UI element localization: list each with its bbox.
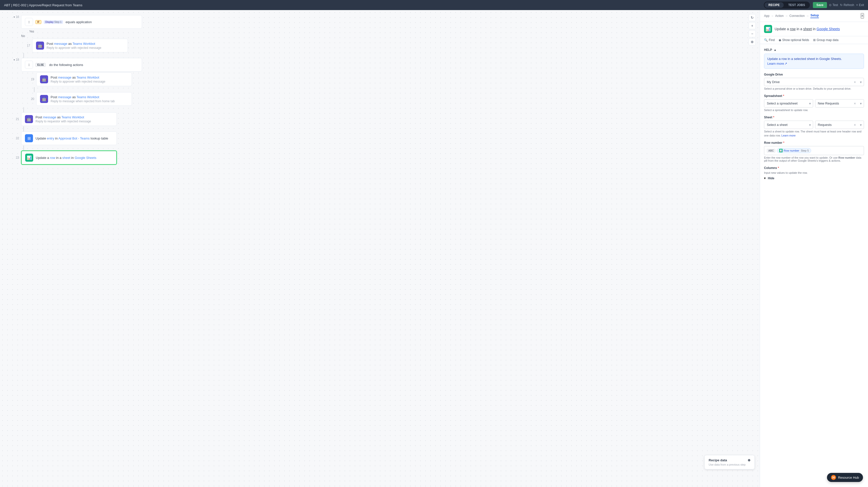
step-num-22: 22 (10, 136, 19, 140)
spreadsheet-label: Spreadsheet * (764, 94, 864, 98)
step-23-drive-link[interactable]: Google Sheets (75, 156, 96, 160)
row-number-field: Row number * ABC 📊 Row number Step 5 Ent… (764, 141, 864, 162)
help-chevron-up-icon: ▲ (774, 48, 777, 52)
step-card-20[interactable]: 🤖 Post message as Teams Workbot Reply to… (36, 92, 132, 106)
spreadsheet-value-dropdown-btn[interactable]: ▾ (858, 101, 864, 105)
panel-header-title: Update a row in a sheet in Google Sheets (775, 27, 864, 31)
step-content-19: Post message as Teams Workbot Reply to a… (51, 75, 128, 83)
step-20-message-link[interactable]: message (58, 95, 71, 99)
step-22-entry-link[interactable]: entry (47, 136, 54, 140)
sheet-value-clear-btn[interactable]: × (852, 123, 858, 127)
spreadsheet-right-wrapper: New Requests × ▾ (815, 99, 864, 108)
step-num-17: 17 (21, 44, 30, 47)
step-19-workbot-link[interactable]: Teams Workbot (76, 75, 99, 79)
breadcrumb-app[interactable]: App (764, 14, 769, 18)
google-drive-clear-btn[interactable]: × (852, 80, 858, 84)
spreadsheet-value-select[interactable]: New Requests (815, 99, 852, 107)
sheet-required: * (772, 116, 774, 119)
row-number-pill[interactable]: 📊 Row number Step 5 (777, 148, 811, 153)
recipe-data-box[interactable]: Recipe data ⊕ Use data from a previous s… (704, 455, 755, 469)
save-button[interactable]: Save (813, 2, 827, 8)
resource-hub-button[interactable]: 30 Resource Hub (827, 473, 863, 482)
spreadsheet-select[interactable]: Select a spreadsheet (764, 99, 807, 107)
breadcrumb-connection[interactable]: Connection (789, 14, 805, 18)
spreadsheet-value-clear-btn[interactable]: × (852, 101, 858, 105)
step-17-workbot-link[interactable]: Teams Workbot (72, 42, 95, 45)
spreadsheet-dropdown-btn[interactable]: ▾ (807, 101, 813, 105)
panel-content: HELP ▲ Update a row in a selected sheet … (760, 44, 868, 487)
step-icon-teams-21: 🤖 (25, 115, 33, 123)
columns-label: Columns * (764, 166, 864, 170)
step-card-17[interactable]: 🤖 Post message as Teams Workbot Reply to… (32, 39, 128, 52)
exit-button[interactable]: × Exit (856, 3, 864, 7)
canvas-fit-btn[interactable]: ⊕ (749, 38, 756, 45)
canvas-refresh-btn[interactable]: ↻ (749, 14, 756, 21)
help-section: HELP ▲ Update a row in a selected sheet … (764, 48, 864, 69)
step-21-subtitle: Reply to requestor with rejected message (35, 120, 113, 123)
step-23-sheet-link[interactable]: sheet (62, 156, 70, 160)
panel-toolbar: 🔍 Find ◉ Show optional fields ⊞ Group ma… (760, 36, 868, 44)
optional-fields-button[interactable]: ◉ Show optional fields (779, 38, 809, 42)
panel-header: 📊 Update a row in a sheet in Google Shee… (760, 22, 868, 36)
spreadsheet-dual-select: Select a spreadsheet ▾ New Requests × ▾ (764, 99, 864, 108)
find-icon: 🔍 (764, 38, 768, 42)
breadcrumb-arrow-3: → (806, 14, 809, 18)
sheet-learn-more-link[interactable]: Learn more (781, 134, 796, 137)
sheet-dropdown-btn[interactable]: ▾ (807, 123, 813, 127)
learn-more-link[interactable]: Learn more ↗ (767, 62, 787, 65)
recipe-data-expand-icon[interactable]: ⊕ (748, 458, 750, 462)
tab-test-jobs[interactable]: TEST JOBS (784, 2, 809, 8)
sheet-value-select[interactable]: Requests (815, 121, 852, 129)
group-map-icon: ⊞ (813, 38, 816, 42)
refresh-button[interactable]: ↻ Refresh (840, 3, 854, 7)
step-23-row-link[interactable]: row (50, 156, 55, 160)
step-17-link[interactable]: message (54, 42, 67, 45)
row-number-input[interactable]: ABC 📊 Row number Step 5 (764, 146, 864, 155)
step-card-16[interactable]: ↕ IF Display Step 1 equals application (21, 15, 142, 29)
help-toggle[interactable]: HELP ▲ (764, 48, 864, 52)
tab-recipe[interactable]: RECIPE (765, 2, 784, 8)
breadcrumb-action[interactable]: Action (775, 14, 783, 18)
step-20-workbot-link[interactable]: Teams Workbot (76, 95, 99, 99)
step-19-message-link[interactable]: message (58, 75, 71, 79)
row-number-pill-label: Row number (784, 149, 799, 152)
sheet-value-dropdown-btn[interactable]: ▾ (858, 123, 864, 127)
google-drive-dropdown-btn[interactable]: ▾ (858, 80, 864, 84)
step-num-20: 20 (25, 97, 34, 101)
step-18-label: do the following actions (49, 63, 83, 67)
step-21-message-link[interactable]: message (43, 115, 56, 119)
external-link-icon: ↗ (784, 62, 787, 65)
connector-21-22 (23, 126, 24, 131)
group-map-button[interactable]: ⊞ Group map data (813, 38, 839, 42)
step-21-workbot-link[interactable]: Teams Workbot (61, 115, 84, 119)
optional-fields-icon: ◉ (779, 38, 781, 42)
right-panel: App → Action → Connection → Setup × 📊 Up… (760, 10, 868, 487)
find-button[interactable]: 🔍 Find (764, 38, 775, 42)
sheet-select[interactable]: Select a sheet (764, 121, 807, 129)
step-card-19[interactable]: 🤖 Post message as Teams Workbot Reply to… (36, 72, 132, 86)
sheet-dual-select: Select a sheet ▾ Requests × ▾ (764, 121, 864, 129)
spreadsheet-field: Spreadsheet * Select a spreadsheet ▾ New… (764, 94, 864, 112)
canvas-area[interactable]: ↻ + − ⊕ ▾ 16 ↕ IF Display Step 1 equals … (0, 10, 760, 487)
step-card-18[interactable]: ↕ ELSE do the following actions (21, 58, 142, 71)
canvas-zoom-in-btn[interactable]: + (749, 22, 756, 29)
abc-badge: ABC (767, 149, 775, 153)
google-drive-select[interactable]: My Drive (764, 78, 852, 86)
sheet-label: Sheet * (764, 116, 864, 119)
columns-hint: Input new values to update the row. (764, 171, 864, 174)
step-card-21[interactable]: 🤖 Post message as Teams Workbot Reply to… (21, 112, 117, 126)
columns-hide-toggle[interactable]: ▾ Hide (764, 176, 864, 180)
step-22-table-link[interactable]: Approval Bot - Teams (58, 136, 90, 140)
panel-close-button[interactable]: × (861, 13, 864, 19)
step-card-23[interactable]: 📊 Update a row in a sheet in Google Shee… (21, 151, 117, 165)
sheet-right-wrapper: Requests × ▾ (815, 121, 864, 129)
step-num-21: 21 (10, 117, 19, 121)
step-content-17: Post message as Teams Workbot Reply to a… (46, 42, 124, 50)
canvas-zoom-out-btn[interactable]: − (749, 30, 756, 37)
spreadsheet-required: * (782, 94, 784, 98)
breadcrumb-setup[interactable]: Setup (810, 13, 819, 18)
test-button[interactable]: ⊙ Test (829, 3, 838, 7)
step-card-22[interactable]: ⊞ Update entry in Approval Bot - Teams l… (21, 131, 117, 145)
recipe-data-subtitle: Use data from a previous step (709, 463, 750, 466)
row-number-hint: Enter the row number of the row you want… (764, 156, 864, 162)
